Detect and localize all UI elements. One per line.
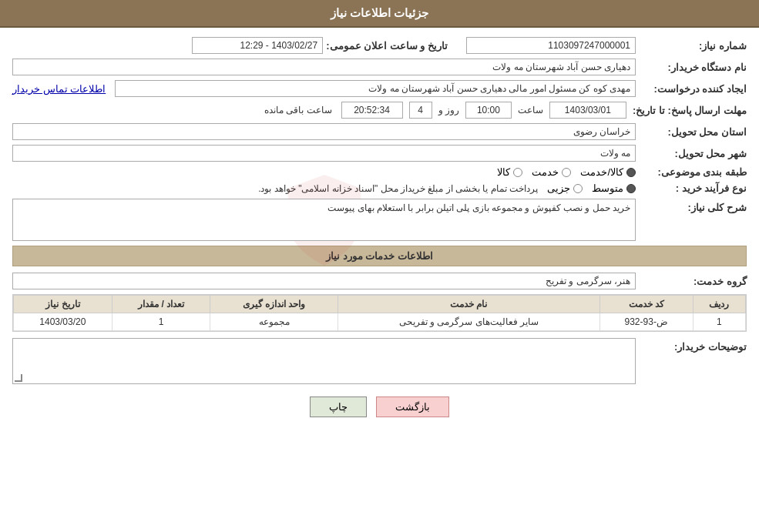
reply-time-label: ساعت (518, 105, 543, 115)
category-radio-group: کالا/خدمت خدمت کالا (497, 166, 636, 178)
category-label-kala-khedmat: کالا/خدمت (580, 166, 623, 178)
page-title: جزئیات اطلاعات نیاز (331, 6, 428, 19)
button-container: بازگشت چاپ (12, 396, 747, 417)
col-date: تاریخ نیاز (14, 296, 113, 313)
purchase-type-option-motavasset[interactable]: متوسط (592, 182, 636, 194)
category-option-kala[interactable]: کالا (497, 166, 522, 178)
purchase-type-label: نوع فرآیند خرید : (639, 182, 747, 194)
col-service-name: نام خدمت (338, 296, 599, 313)
announce-date-value: 1403/02/27 - 12:29 (192, 37, 323, 54)
purchase-type-radio-jozyi (573, 184, 583, 193)
creator-label: ایجاد کننده درخواست: (639, 83, 747, 95)
cell-row-number: 1 (693, 313, 745, 331)
content-area: شماره نیاز: 1103097247000001 تاریخ و ساع… (0, 28, 759, 439)
category-row: طبقه بندی موضوعی: کالا/خدمت خدمت کالا (12, 166, 747, 178)
buyer-notes-label: توضیحات خریدار: (639, 341, 747, 353)
need-description-value: خرید حمل و نصب کفپوش و مجموعه بازی پلی ا… (12, 199, 636, 241)
service-group-row: گروه خدمت: هنر، سرگرمی و تفریح (12, 273, 747, 289)
service-group-value: هنر، سرگرمی و تفریح (12, 273, 636, 289)
category-radio-kala-khedmat (626, 168, 636, 177)
reply-remaining-value: 20:52:34 (341, 102, 403, 119)
category-option-kala-khedmat[interactable]: کالا/خدمت (580, 166, 636, 178)
buyer-org-value: دهیاری حسن آباد شهرستان مه ولات (12, 59, 636, 75)
need-description-label: شرح کلی نیاز: (639, 202, 747, 213)
category-radio-kala (513, 168, 522, 177)
delivery-city-value: مه ولات (12, 145, 636, 162)
cell-service-name: سایر فعالیت‌های سرگرمی و تفریحی (338, 313, 599, 331)
services-table: ردیف کد خدمت نام خدمت واحد اندازه گیری ت… (13, 295, 746, 331)
delivery-province-label: استان محل تحویل: (639, 126, 747, 138)
col-unit: واحد اندازه گیری (210, 296, 338, 313)
reply-date-value: 1403/03/01 (549, 102, 626, 119)
purchase-type-option-jozyi[interactable]: جزیی (547, 182, 583, 194)
contact-link[interactable]: اطلاعات تماس خریدار (12, 83, 106, 95)
creator-value: مهدی کوه کن مسئول امور مالی دهیاری حسن آ… (115, 80, 636, 97)
table-header-row: ردیف کد خدمت نام خدمت واحد اندازه گیری ت… (14, 296, 746, 313)
buyer-notes-resize-handle[interactable] (15, 374, 22, 382)
delivery-province-row: استان محل تحویل: خراسان رضوی (12, 123, 747, 140)
purchase-type-row: نوع فرآیند خرید : متوسط جزیی پرداخت تمام… (12, 182, 747, 194)
category-radio-khedmat (562, 168, 571, 177)
purchase-note: پرداخت تمام یا بخشی از مبلغ خریداز محل "… (258, 183, 538, 194)
col-service-code: کد خدمت (599, 296, 693, 313)
purchase-type-label-jozyi: جزیی (547, 182, 570, 194)
delivery-province-value: خراسان رضوی (12, 123, 636, 140)
services-section-title: اطلاعات خدمات مورد نیاز (12, 246, 747, 266)
col-row-number: ردیف (693, 296, 745, 313)
reply-time-value: 10:00 (465, 102, 512, 119)
reply-remaining-label: ساعت باقی مانده (264, 105, 332, 115)
buyer-notes-value (12, 338, 636, 384)
reply-days-label: روز و (438, 105, 459, 115)
col-quantity: تعداد / مقدار (112, 296, 210, 313)
cell-service-code: ض-93-932 (599, 313, 693, 331)
purchase-type-label-motavasset: متوسط (592, 182, 623, 194)
need-description-row: شرح کلی نیاز: خرید حمل و نصب کفپوش و مجم… (12, 199, 747, 241)
delivery-city-row: شهر محل تحویل: مه ولات (12, 145, 747, 162)
delivery-city-label: شهر محل تحویل: (639, 148, 747, 159)
table-row: 1 ض-93-932 سایر فعالیت‌های سرگرمی و تفری… (14, 313, 746, 331)
page-container: جزئیات اطلاعات نیاز شماره نیاز: 11030972… (0, 0, 759, 532)
cell-unit: مجموعه (210, 313, 338, 331)
cell-quantity: 1 (112, 313, 210, 331)
buyer-org-label: نام دستگاه خریدار: (639, 62, 747, 73)
page-header: جزئیات اطلاعات نیاز (0, 0, 759, 28)
purchase-type-radio-motavasset (626, 184, 636, 193)
need-number-label: شماره نیاز: (639, 40, 747, 52)
reply-days-value: 4 (409, 102, 432, 119)
buyer-org-row: نام دستگاه خریدار: دهیاری حسن آباد شهرست… (12, 59, 747, 75)
need-number-value: 1103097247000001 (466, 37, 636, 54)
category-label-khedmat: خدمت (532, 166, 559, 178)
category-option-khedmat[interactable]: خدمت (532, 166, 571, 178)
service-group-label: گروه خدمت: (639, 276, 747, 287)
reply-deadline-row: مهلت ارسال پاسخ: تا تاریخ: 1403/03/01 سا… (12, 102, 747, 119)
back-button[interactable]: بازگشت (376, 396, 449, 417)
print-button[interactable]: چاپ (310, 396, 367, 417)
creator-row: ایجاد کننده درخواست: مهدی کوه کن مسئول ا… (12, 80, 747, 97)
cell-date: 1403/03/20 (14, 313, 113, 331)
reply-deadline-label: مهلت ارسال پاسخ: تا تاریخ: (633, 105, 747, 116)
category-label: طبقه بندی موضوعی: (639, 166, 747, 178)
services-table-container: ردیف کد خدمت نام خدمت واحد اندازه گیری ت… (12, 294, 747, 332)
watermark-section: خرید حمل و نصب کفپوش و مجموعه بازی پلی ا… (12, 199, 636, 241)
purchase-type-radio-group: متوسط جزیی (547, 182, 636, 194)
category-label-kala: کالا (497, 166, 510, 178)
announce-date-label: تاریخ و ساعت اعلان عمومی: (326, 40, 448, 52)
buyer-notes-row: توضیحات خریدار: (12, 338, 747, 384)
need-number-row: شماره نیاز: 1103097247000001 تاریخ و ساع… (12, 37, 747, 54)
